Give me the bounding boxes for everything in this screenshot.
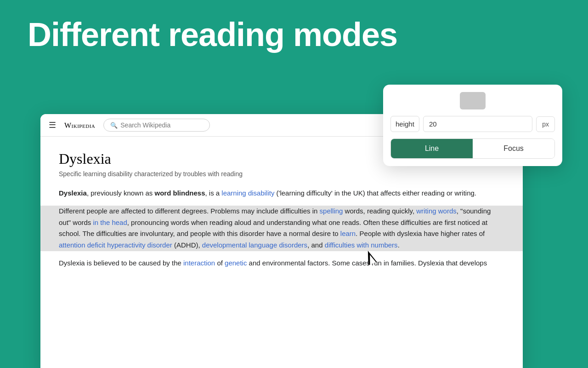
color-swatch[interactable] [460, 92, 486, 109]
link-adhd[interactable]: attention deficit hyperactivity disorder [59, 241, 172, 249]
height-unit: px [536, 116, 555, 132]
settings-panel: height px Line Focus [383, 85, 562, 166]
mode-line-button[interactable]: Line [391, 139, 473, 158]
article-paragraph-2: Dyslexia is believed to be caused by the… [59, 258, 504, 269]
color-swatch-row [390, 92, 555, 109]
article-paragraph-1: Dyslexia, previously known as word blind… [59, 188, 504, 199]
height-input[interactable] [423, 116, 532, 132]
menu-icon[interactable]: ☰ [49, 120, 56, 130]
search-input[interactable] [120, 121, 203, 129]
height-label: height [390, 116, 419, 132]
page-title: Different reading modes [28, 17, 560, 53]
article-paragraph-highlighted: Different people are affected to differe… [40, 206, 523, 251]
mode-toggle: Line Focus [390, 138, 555, 159]
article-body: Dyslexia, previously known as word blind… [59, 188, 504, 269]
link-writing-words[interactable]: writing words [416, 207, 457, 215]
search-bar[interactable]: 🔍 [103, 119, 210, 132]
link-in-the-head[interactable]: in the head [93, 218, 127, 226]
height-row: height px [390, 116, 555, 132]
link-learning-disability[interactable]: learning disability [221, 189, 274, 197]
link-genetic[interactable]: genetic [225, 259, 247, 267]
link-dyscalculia[interactable]: difficulties with numbers [325, 241, 398, 249]
link-interaction[interactable]: interaction [183, 259, 215, 267]
mode-focus-button[interactable]: Focus [473, 139, 554, 158]
article-subtitle: Specific learning disability characteriz… [59, 170, 504, 178]
page-header: Different reading modes [0, 0, 588, 67]
link-dld[interactable]: developmental language disorders [202, 241, 307, 249]
link-spelling[interactable]: spelling [320, 207, 343, 215]
search-icon: 🔍 [110, 122, 118, 129]
wiki-logo: Wikipedia [64, 121, 95, 130]
link-learn[interactable]: learn [340, 230, 356, 237]
